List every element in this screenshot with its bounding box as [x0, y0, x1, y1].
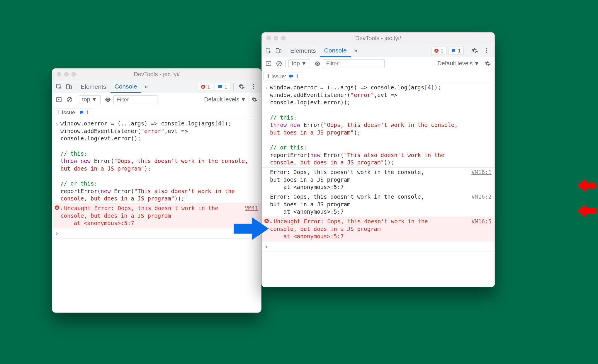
issues-chip[interactable]: 1 Issue: 1	[264, 72, 302, 81]
chevron-down-icon: ▼	[91, 96, 97, 103]
svg-rect-1	[67, 84, 69, 89]
svg-point-6	[253, 88, 254, 89]
error-count: 1	[441, 47, 444, 54]
source-link[interactable]: VM16:1	[467, 169, 492, 191]
svg-line-9	[68, 98, 71, 101]
more-tabs-icon[interactable]: »	[141, 82, 151, 92]
arrow-right-icon	[234, 215, 269, 242]
svg-point-4	[253, 84, 254, 85]
source-link[interactable]: VM16:2	[467, 193, 492, 216]
tab-strip: Elements Console » 1 1	[52, 80, 261, 93]
clear-console-icon[interactable]	[274, 59, 284, 69]
context-selector[interactable]: top ▼	[79, 95, 101, 104]
gear-icon[interactable]	[249, 95, 259, 105]
issues-count: 1	[86, 109, 89, 116]
issues-label: 1 Issue:	[57, 109, 77, 116]
input-marker-icon: ›	[263, 84, 270, 166]
message-count-badge[interactable]: 1	[448, 47, 464, 55]
context-selector[interactable]: top ▼	[288, 59, 310, 68]
more-tabs-icon[interactable]: »	[351, 46, 361, 56]
titlebar: DevTools - jec.fyi/	[52, 69, 261, 80]
filter-input[interactable]	[323, 59, 385, 68]
svg-point-16	[486, 48, 487, 49]
issues-bar: 1 Issue: 1	[52, 106, 261, 119]
message-count: 1	[224, 84, 227, 90]
arrow-left-icon	[577, 204, 596, 218]
console-prompt[interactable]: ›	[52, 228, 261, 239]
console-content[interactable]: › window.onerror = (...args) => console.…	[52, 119, 261, 312]
window-title: DevTools - jec.fyi/	[52, 71, 261, 78]
error-count: 1	[207, 84, 210, 90]
gear-icon[interactable]	[483, 59, 493, 69]
console-log-row[interactable]: Error: Oops, this doesn't work in the co…	[262, 168, 495, 192]
traffic-lights[interactable]	[52, 72, 76, 76]
message-count: 1	[458, 47, 461, 54]
chevron-down-icon: ▼	[474, 60, 480, 67]
console-log-row[interactable]: Error: Oops, this doesn't work in the co…	[262, 192, 495, 217]
log-message: Error: Oops, this doesn't work in the co…	[270, 169, 467, 191]
toggle-sidebar-icon[interactable]	[264, 59, 273, 69]
toggle-sidebar-icon[interactable]	[54, 95, 64, 105]
console-content[interactable]: › window.onerror = (...args) => console.…	[262, 83, 495, 287]
console-error-row[interactable]: Uncaught Error: Oops, this doesn't work …	[262, 217, 495, 241]
live-expression-icon[interactable]	[312, 59, 322, 69]
prompt-icon: ›	[263, 242, 270, 251]
zoom-icon[interactable]	[281, 36, 286, 40]
console-error-row[interactable]: Uncaught Error: Oops, this doesn't work …	[52, 204, 261, 228]
context-label: top	[292, 60, 300, 67]
gear-icon[interactable]	[470, 46, 480, 56]
issues-chip[interactable]: 1 Issue: 1	[54, 108, 92, 117]
tab-elements[interactable]: Elements	[77, 80, 111, 93]
svg-point-17	[486, 50, 487, 51]
clear-console-icon[interactable]	[64, 95, 74, 105]
svg-rect-2	[70, 86, 72, 89]
kebab-icon[interactable]	[482, 46, 492, 56]
error-count-badge[interactable]: 1	[431, 47, 447, 55]
close-icon[interactable]	[266, 36, 271, 40]
inspect-element-icon[interactable]	[264, 46, 273, 56]
device-toolbar-icon[interactable]	[64, 82, 74, 92]
tab-strip: Elements Console » 1 1	[262, 44, 495, 57]
zoom-icon[interactable]	[72, 72, 76, 76]
error-count-badge[interactable]: 1	[198, 83, 213, 91]
tab-console[interactable]: Console	[320, 45, 351, 57]
tab-console[interactable]: Console	[111, 81, 141, 93]
gear-icon[interactable]	[237, 82, 247, 92]
titlebar: DevTools - jec.fyi/	[262, 33, 495, 44]
filter-input[interactable]	[113, 95, 157, 104]
minimize-icon[interactable]	[64, 72, 69, 76]
minimize-icon[interactable]	[274, 36, 278, 40]
error-message: Uncaught Error: Oops, this doesn't work …	[60, 205, 241, 227]
live-expression-icon[interactable]	[103, 95, 113, 105]
log-levels-selector[interactable]: Default levels ▼	[202, 96, 248, 103]
kebab-icon[interactable]	[248, 82, 258, 92]
svg-point-22	[316, 62, 318, 64]
console-prompt[interactable]: ›	[262, 241, 495, 252]
source-link[interactable]: VM16:5	[467, 218, 492, 240]
issues-count: 1	[296, 73, 299, 80]
svg-line-21	[277, 62, 281, 65]
error-icon	[53, 205, 60, 227]
message-count-badge[interactable]: 1	[215, 83, 230, 91]
prompt-icon: ›	[53, 229, 60, 237]
code-block: window.onerror = (...args) => console.lo…	[60, 120, 258, 203]
svg-point-5	[253, 86, 254, 87]
svg-rect-14	[279, 50, 281, 53]
console-filter-bar: top ▼ Default levels ▼	[52, 93, 261, 106]
console-entry: › window.onerror = (...args) => console.…	[52, 119, 261, 204]
traffic-lights[interactable]	[262, 36, 286, 40]
input-marker-icon: ›	[53, 120, 60, 203]
close-icon[interactable]	[57, 72, 61, 76]
chevron-down-icon: ▼	[240, 96, 246, 103]
inspect-element-icon[interactable]	[54, 82, 64, 92]
devtools-window-right: DevTools - jec.fyi/ Elements Console » 1…	[261, 32, 495, 287]
log-levels-selector[interactable]: Default levels ▼	[436, 60, 481, 67]
device-toolbar-icon[interactable]	[273, 46, 283, 56]
error-message: Uncaught Error: Oops, this doesn't work …	[270, 218, 467, 240]
tab-elements[interactable]: Elements	[286, 44, 320, 57]
issues-label: 1 Issue:	[267, 73, 286, 80]
chevron-down-icon: ▼	[301, 60, 307, 67]
console-filter-bar: top ▼ Default levels ▼	[262, 57, 495, 70]
issues-bar: 1 Issue: 1	[262, 70, 495, 83]
arrow-left-icon	[577, 178, 596, 193]
